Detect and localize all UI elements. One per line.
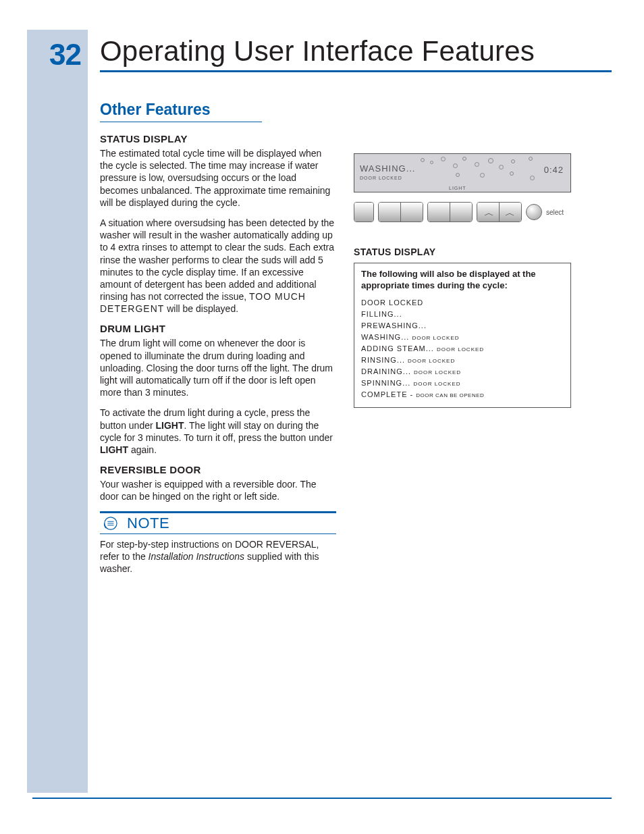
chevron-up-icon: 〈 xyxy=(482,207,494,217)
control-group-4: 〈 〉 xyxy=(477,202,522,222)
list-item: DRAINING... DOOR LOCKED xyxy=(361,366,564,377)
list-item: DOOR LOCKED xyxy=(361,297,564,309)
right-column: WASHING... DOOR LOCKED 0:42 LIGHT xyxy=(354,101,571,575)
status-list-box: The following will also be displayed at … xyxy=(354,263,571,408)
list-item: ADDING STEAM... DOOR LOCKED xyxy=(361,343,564,355)
left-column: Other Features STATUS DISPLAY The estima… xyxy=(100,101,336,575)
section-title: Other Features xyxy=(100,101,262,122)
reversible-door-p1: Your washer is equipped with a reversibl… xyxy=(100,478,336,502)
status-display-right-heading: STATUS DISPLAY xyxy=(354,246,571,257)
page: 32 Operating User Interface Features Oth… xyxy=(0,0,644,834)
note-icon xyxy=(103,516,117,531)
status-display-p1: The estimated total cycle time will be d… xyxy=(100,147,336,209)
control-buttons-row: 〈 〉 select xyxy=(354,202,571,222)
select-button[interactable] xyxy=(526,204,542,220)
lcd-timer-text: 0:42 xyxy=(544,165,564,175)
control-button[interactable] xyxy=(428,203,450,221)
lcd-door-text: DOOR LOCKED xyxy=(360,176,402,180)
drum-light-p2: To activate the drum light during a cycl… xyxy=(100,407,336,456)
control-button[interactable] xyxy=(450,203,472,221)
list-item: SPINNING... DOOR LOCKED xyxy=(361,377,564,389)
lcd-display: WASHING... DOOR LOCKED 0:42 LIGHT xyxy=(354,153,571,192)
page-number: 32 xyxy=(27,30,88,72)
note-body: For step-by-step instructions on DOOR RE… xyxy=(100,538,336,575)
status-display-heading: STATUS DISPLAY xyxy=(100,133,336,145)
status-list: DOOR LOCKED FILLING... PREWASHING... WAS… xyxy=(361,297,564,400)
control-group-3 xyxy=(427,202,473,222)
lcd-light-text: LIGHT xyxy=(449,186,466,190)
status-intro: The following will also be displayed at … xyxy=(361,269,564,292)
note-header: NOTE xyxy=(100,511,336,534)
chevron-down-icon: 〉 xyxy=(504,207,516,217)
list-item: COMPLETE - DOOR CAN BE OPENED xyxy=(361,389,564,400)
footer-rule xyxy=(32,798,612,799)
list-item: PREWASHING... xyxy=(361,320,564,332)
content: Other Features STATUS DISPLAY The estima… xyxy=(100,101,612,575)
select-label: select xyxy=(546,209,564,216)
control-button[interactable] xyxy=(379,203,401,221)
lcd-status-text: WASHING... xyxy=(360,163,415,174)
page-title: Operating User Interface Features xyxy=(100,35,612,72)
list-item: WASHING... DOOR LOCKED xyxy=(361,332,564,343)
list-item: RINSING... DOOR LOCKED xyxy=(361,355,564,366)
reversible-door-heading: REVERSIBLE DOOR xyxy=(100,464,336,475)
status-display-p2: A situation where oversudsing has been d… xyxy=(100,217,336,315)
down-button[interactable]: 〉 xyxy=(500,203,521,221)
sidebar: 32 xyxy=(27,30,88,793)
control-button[interactable] xyxy=(401,203,423,221)
control-button[interactable] xyxy=(354,203,373,221)
note-label: NOTE xyxy=(127,515,169,532)
list-item: FILLING... xyxy=(361,309,564,320)
control-group-2 xyxy=(378,202,423,222)
up-button[interactable]: 〈 xyxy=(477,203,500,221)
drum-light-heading: DRUM LIGHT xyxy=(100,323,336,334)
drum-light-p1: The drum light will come on whenever the… xyxy=(100,337,336,398)
control-group-1 xyxy=(354,202,374,222)
